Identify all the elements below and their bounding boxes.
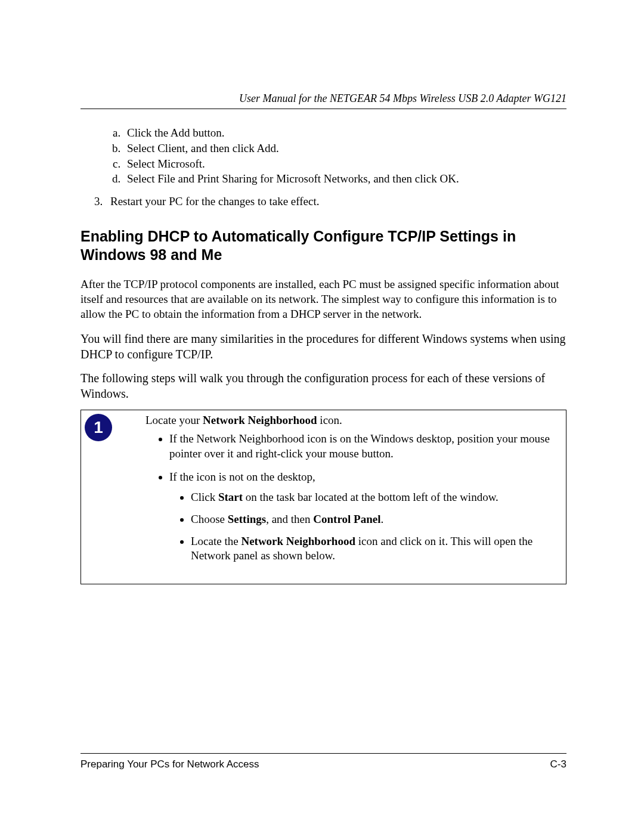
- s1-b1: Start: [218, 491, 243, 503]
- header-rule: [80, 109, 566, 109]
- footer-row: Preparing Your PCs for Network Access C-…: [80, 758, 566, 770]
- paragraph-3: The following steps will walk you throug…: [80, 370, 566, 401]
- s2-mid: , and then: [266, 513, 313, 525]
- footer-left: Preparing Your PCs for Network Access: [80, 758, 259, 770]
- sub-bullets: Click Start on the task bar located at t…: [169, 490, 556, 563]
- intro-post: icon.: [317, 414, 342, 426]
- s3-b1: Network Neighborhood: [241, 535, 355, 547]
- s1-post: on the task bar located at the bottom le…: [243, 491, 499, 503]
- substep-a: Click the Add button.: [123, 126, 566, 140]
- s2-b2: Control Panel: [313, 513, 380, 525]
- page: User Manual for the NETGEAR 54 Mbps Wire…: [0, 0, 644, 833]
- footer-rule: [80, 753, 566, 754]
- intro-pre: Locate your: [145, 414, 203, 426]
- sub-bullet-3: Locate the Network Neighborhood icon and…: [191, 534, 556, 563]
- s2-post: .: [380, 513, 383, 525]
- sub-bullet-2: Choose Settings, and then Control Panel.: [191, 512, 556, 527]
- bullet-2-text: If the icon is not on the desktop,: [169, 470, 315, 483]
- footer: Preparing Your PCs for Network Access C-…: [80, 753, 566, 770]
- paragraph-1: After the TCP/IP protocol components are…: [80, 277, 566, 321]
- step-intro: Locate your Network Neighborhood icon.: [145, 414, 556, 427]
- bullet-2: If the icon is not on the desktop, Click…: [169, 470, 556, 563]
- substep-c: Select Microsoft.: [123, 157, 566, 171]
- step-bullets: If the Network Neighborhood icon is on t…: [145, 432, 556, 563]
- s1-pre: Click: [191, 491, 218, 503]
- bullet-1: If the Network Neighborhood icon is on t…: [169, 432, 556, 461]
- paragraph-2: You will find there are many similaritie…: [80, 331, 566, 362]
- step-3: Restart your PC for the changes to take …: [106, 194, 566, 209]
- section-heading: Enabling DHCP to Automatically Configure…: [80, 227, 566, 265]
- main-steps-list: Restart your PC for the changes to take …: [80, 194, 566, 209]
- step-number-badge: 1: [85, 414, 112, 441]
- intro-bold: Network Neighborhood: [203, 414, 317, 426]
- footer-right: C-3: [550, 758, 566, 770]
- substep-d: Select File and Print Sharing for Micros…: [123, 172, 566, 186]
- s2-b1: Settings: [228, 513, 266, 525]
- sub-bullet-1: Click Start on the task bar located at t…: [191, 490, 556, 505]
- step-box: 1 Locate your Network Neighborhood icon.…: [80, 410, 566, 584]
- substep-b: Select Client, and then click Add.: [123, 141, 566, 156]
- sub-steps-list: Click the Add button. Select Client, and…: [80, 126, 566, 186]
- s2-pre: Choose: [191, 513, 228, 525]
- s3-pre: Locate the: [191, 535, 241, 547]
- running-header: User Manual for the NETGEAR 54 Mbps Wire…: [80, 92, 566, 105]
